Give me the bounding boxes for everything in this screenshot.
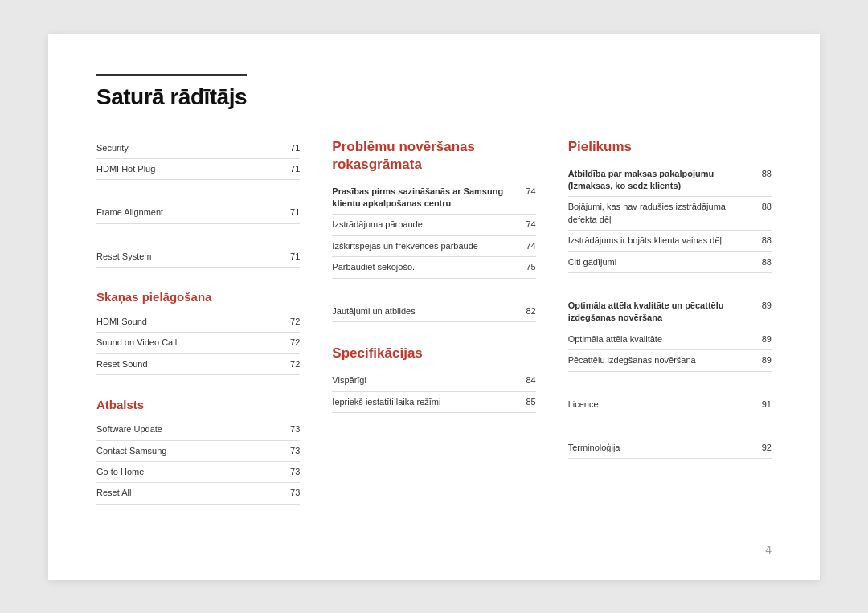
toc-label: Pārbaudiet sekojošo. [332, 261, 526, 273]
toc-num: 74 [526, 186, 535, 196]
toc-num: 89 [762, 300, 772, 310]
toc-row: Vispārīgi 84 [332, 370, 535, 391]
toc-num: 73 [290, 467, 300, 476]
toc-num: 75 [526, 262, 535, 272]
toc-num: 73 [290, 424, 300, 434]
section-terminologija: Terminoloģija 92 [568, 438, 772, 459]
toc-row: HDMI Hot Plug 71 [96, 159, 300, 180]
toc-row: Iepriekš iestatīti laika režīmi 85 [332, 392, 535, 413]
toc-label: Atbildība par maksas pakalpojumu (Izmaks… [568, 168, 762, 193]
toc-label: Pēcattēlu izdegšanas novēršana [568, 354, 762, 366]
column-2: Problēmu novēršanas rokasgrāmata Prasība… [332, 138, 535, 527]
toc-num: 92 [762, 443, 772, 452]
section-jautajumi: Jautājumi un atbildes 82 [332, 301, 535, 322]
section-frame: Frame Alignment 71 [96, 202, 300, 223]
toc-label: Sound on Video Call [96, 337, 290, 349]
title-block: Saturā rādītājs [96, 74, 247, 110]
section-optimala: Optimāla attēla kvalitāte un pēcattēlu i… [568, 296, 772, 372]
toc-num: 88 [762, 169, 772, 178]
page-number: 4 [765, 543, 772, 556]
toc-num: 71 [290, 207, 300, 217]
section-title-atbalsts: Atbalsts [96, 398, 300, 411]
toc-num: 84 [526, 375, 535, 385]
toc-label: Optimāla attēla kvalitāte un pēcattēlu i… [568, 300, 762, 325]
toc-num: 89 [762, 334, 772, 344]
toc-num: 89 [762, 355, 772, 365]
toc-num: 91 [762, 399, 772, 409]
toc-label: Licence [568, 398, 762, 411]
toc-label: Software Update [96, 423, 290, 435]
toc-num: 71 [290, 143, 300, 153]
toc-row: Atbildība par maksas pakalpojumu (Izmaks… [568, 164, 772, 198]
toc-label: Reset System [96, 251, 290, 263]
toc-num: 72 [290, 337, 300, 347]
section-security: Security 71 HDMI Hot Plug 71 [96, 138, 300, 181]
toc-row: HDMI Sound 72 [96, 312, 300, 333]
toc-row: Citi gadījumi 88 [568, 252, 772, 273]
page-title: Saturā rādītājs [96, 84, 247, 110]
toc-label: Citi gadījumi [568, 256, 762, 268]
toc-row: Terminoloģija 92 [568, 438, 772, 459]
toc-row-contact-samsung: Contact Samsung 73 [96, 441, 300, 462]
toc-row: Security 71 [96, 138, 300, 159]
toc-row: Izstrādājums ir bojāts klienta vainas dē… [568, 231, 772, 251]
toc-num: 85 [526, 397, 535, 407]
section-sound: Skaņas pielāgošana HDMI Sound 72 Sound o… [96, 290, 300, 375]
toc-row: Prasības pirms sazināšanās ar Samsung kl… [332, 182, 535, 215]
toc-label: Izstrādājuma pārbaude [332, 219, 526, 231]
section-title-spec: Specifikācijas [332, 345, 535, 362]
toc-row: Izšķirtspējas un frekvences pārbaude 74 [332, 236, 535, 257]
toc-label: Security [96, 142, 290, 154]
toc-row-software-update: Software Update 73 [96, 419, 300, 440]
toc-label: HDMI Hot Plug [96, 163, 290, 175]
toc-row: Sound on Video Call 72 [96, 333, 300, 353]
toc-label: Frame Alignment [96, 206, 290, 219]
section-atbalsts: Atbalsts Software Update 73 Contact Sams… [96, 398, 300, 505]
toc-label: Reset All [96, 487, 290, 499]
toc-num: 82 [526, 306, 535, 316]
section-pielikums: Pielikums Atbildība par maksas pakalpoju… [568, 138, 772, 273]
section-specifikacijas: Specifikācijas Vispārīgi 84 Iepriekš ies… [332, 345, 535, 413]
toc-row: Optimāla attēla kvalitāte 89 [568, 329, 772, 350]
toc-label: Vispārīgi [332, 374, 526, 386]
toc-row: Pēcattēlu izdegšanas novēršana 89 [568, 350, 772, 371]
toc-row: Izstrādājuma pārbaude 74 [332, 215, 535, 235]
column-1: Security 71 HDMI Hot Plug 71 Frame Align… [96, 138, 300, 527]
toc-row-reset-all: Reset All 73 [96, 483, 300, 504]
toc-num: 73 [290, 446, 300, 456]
section-problemu: Problēmu novēršanas rokasgrāmata Prasība… [332, 138, 535, 279]
section-title-sound: Skaņas pielāgošana [96, 290, 300, 304]
toc-num: 73 [290, 488, 300, 497]
section-title-pielikums: Pielikums [568, 138, 772, 156]
page: Saturā rādītājs Security 71 HDMI Hot Plu… [48, 34, 820, 580]
column-3: Pielikums Atbildība par maksas pakalpoju… [568, 138, 772, 527]
toc-label: Contact Samsung [96, 445, 290, 457]
toc-num: 88 [762, 202, 772, 211]
toc-label: Izstrādājums ir bojāts klienta vainas dē… [568, 235, 762, 247]
content-grid: Security 71 HDMI Hot Plug 71 Frame Align… [96, 138, 772, 527]
toc-row: Reset System 71 [96, 247, 300, 268]
toc-label: Terminoloģija [568, 442, 762, 454]
toc-num: 74 [526, 241, 535, 251]
toc-label: Jautājumi un atbildes [332, 305, 526, 317]
toc-num: 74 [526, 219, 535, 229]
toc-label: Reset Sound [96, 358, 290, 370]
toc-num: 71 [290, 251, 300, 261]
section-title-problemu: Problēmu novēršanas rokasgrāmata [332, 138, 535, 174]
toc-label: Go to Home [96, 466, 290, 478]
toc-num: 88 [762, 257, 772, 267]
toc-row: Optimāla attēla kvalitāte un pēcattēlu i… [568, 296, 772, 329]
toc-num: 88 [762, 235, 772, 245]
toc-row-go-to-home: Go to Home 73 [96, 462, 300, 483]
section-licence: Licence 91 [568, 394, 772, 415]
toc-label: Prasības pirms sazināšanās ar Samsung kl… [332, 186, 526, 210]
toc-num: 72 [290, 317, 300, 326]
toc-label: Bojājumi, kas nav radušies izstrādājuma … [568, 201, 762, 226]
toc-row: Reset Sound 72 [96, 354, 300, 375]
toc-row: Bojājumi, kas nav radušies izstrādājuma … [568, 197, 772, 231]
toc-row: Frame Alignment 71 [96, 202, 300, 223]
toc-num: 71 [290, 164, 300, 174]
toc-num: 72 [290, 359, 300, 369]
toc-label: Izšķirtspējas un frekvences pārbaude [332, 240, 526, 252]
toc-row: Licence 91 [568, 394, 772, 415]
